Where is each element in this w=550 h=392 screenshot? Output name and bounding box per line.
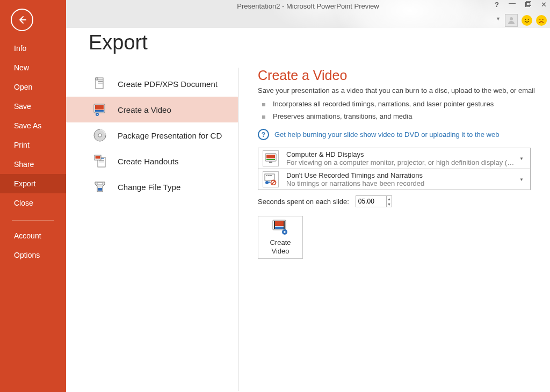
export-item-video[interactable]: Create a Video <box>66 97 238 122</box>
svg-rect-34 <box>270 175 272 176</box>
svg-rect-25 <box>98 188 102 191</box>
detail-bullet: Incorporates all recorded timings, narra… <box>258 100 538 108</box>
change-filetype-icon <box>92 179 108 195</box>
help-icon: ? <box>258 129 269 140</box>
nav-item-close[interactable]: Close <box>0 193 66 213</box>
export-item-filetype[interactable]: Change File Type <box>66 174 238 200</box>
export-item-label: Create Handouts <box>118 157 178 166</box>
combo-title: Don't Use Recorded Timings and Narration… <box>286 171 517 179</box>
svg-point-5 <box>528 19 529 20</box>
back-button[interactable] <box>11 9 33 31</box>
svg-rect-28 <box>266 155 275 158</box>
svg-point-6 <box>537 16 546 25</box>
detail-title: Create a Video <box>258 68 538 83</box>
help-link[interactable]: Get help burning your slide show video t… <box>274 130 499 139</box>
minimize-button[interactable]: — <box>509 0 516 7</box>
export-detail-panel: Create a Video Save your presentation as… <box>238 68 550 391</box>
nav-item-share[interactable]: Share <box>0 155 66 174</box>
feedback-happy-icon[interactable] <box>522 15 532 26</box>
svg-rect-30 <box>269 162 272 163</box>
svg-line-37 <box>272 181 275 184</box>
export-item-label: Create a Video <box>118 105 171 114</box>
export-type-list: Create PDF/XPS Document Create a Video P… <box>66 68 238 391</box>
page-title: Export <box>89 31 550 54</box>
user-avatar[interactable] <box>505 14 518 27</box>
combo-title: Computer & HD Displays <box>286 150 517 158</box>
bullet-text: Preserves animations, transitions, and m… <box>273 112 412 120</box>
detail-bullet: Preserves animations, transitions, and m… <box>258 112 538 120</box>
maximize-button[interactable] <box>525 1 531 9</box>
combo-subtitle: No timings or narrations have been recor… <box>286 179 517 187</box>
svg-rect-24 <box>96 156 100 159</box>
video-quality-dropdown[interactable]: Computer & HD Displays For viewing on a … <box>258 148 531 169</box>
svg-rect-26 <box>97 183 103 185</box>
create-video-large-icon <box>272 219 289 235</box>
chevron-down-icon: ▼ <box>517 154 526 163</box>
user-icon <box>507 16 516 25</box>
svg-rect-1 <box>527 2 531 6</box>
nav-item-print[interactable]: Print <box>0 135 66 155</box>
svg-rect-0 <box>526 3 530 7</box>
svg-rect-29 <box>266 159 275 160</box>
export-item-label: Package Presentation for CD <box>118 131 222 140</box>
export-item-label: Create PDF/XPS Document <box>118 79 218 89</box>
export-item-label: Change File Type <box>118 183 180 192</box>
nav-item-export[interactable]: Export <box>0 174 66 193</box>
nav-item-open[interactable]: Open <box>0 77 66 97</box>
export-item-handouts[interactable]: Create Handouts <box>66 148 238 174</box>
svg-point-7 <box>539 19 540 20</box>
titlebar: Presentation2 - Microsoft PowerPoint Pre… <box>66 0 550 28</box>
nav-item-new[interactable]: New <box>0 58 66 77</box>
help-button[interactable]: ? <box>495 1 499 9</box>
svg-point-4 <box>525 19 526 20</box>
no-narration-icon <box>263 171 279 187</box>
svg-rect-10 <box>98 79 103 81</box>
svg-rect-39 <box>274 221 285 226</box>
detail-description: Save your presentation as a video that y… <box>258 86 538 95</box>
seconds-spinner[interactable]: ▲ ▼ <box>356 195 392 207</box>
backstage-sidebar: Info New Open Save Save As Print Share E… <box>0 0 66 392</box>
spinner-up[interactable]: ▲ <box>387 196 392 201</box>
svg-rect-33 <box>268 175 270 176</box>
create-video-icon <box>92 101 108 118</box>
nav-item-save[interactable]: Save <box>0 97 66 116</box>
svg-point-18 <box>98 134 102 137</box>
svg-rect-12 <box>98 83 103 84</box>
ribbon-display-options[interactable]: ▼ <box>496 16 501 21</box>
feedback-sad-icon[interactable] <box>536 15 547 26</box>
nav-item-info[interactable]: Info <box>0 39 66 58</box>
create-video-button[interactable]: Create Video <box>258 216 303 259</box>
svg-rect-22 <box>99 162 104 162</box>
svg-rect-11 <box>98 81 103 82</box>
svg-rect-31 <box>265 174 274 180</box>
monitor-icon <box>263 150 279 166</box>
svg-point-2 <box>510 17 513 20</box>
cd-icon <box>92 127 108 143</box>
timings-dropdown[interactable]: Don't Use Recorded Timings and Narration… <box>258 169 531 190</box>
svg-point-35 <box>265 181 269 184</box>
seconds-label: Seconds spent on each slide: <box>258 198 349 206</box>
nav-item-options[interactable]: Options <box>0 245 66 265</box>
close-button[interactable]: ✕ <box>541 1 547 9</box>
bullet-text: Incorporates all recorded timings, narra… <box>273 100 494 108</box>
spinner-down[interactable]: ▼ <box>387 201 392 207</box>
nav-item-account[interactable]: Account <box>0 226 66 245</box>
svg-rect-42 <box>284 221 285 229</box>
handouts-icon <box>92 153 108 169</box>
export-item-cd[interactable]: Package Presentation for CD <box>66 122 238 148</box>
svg-rect-40 <box>274 227 285 229</box>
back-arrow-icon <box>17 15 27 25</box>
svg-point-3 <box>523 16 531 25</box>
svg-rect-41 <box>274 221 275 229</box>
seconds-input[interactable] <box>356 196 386 207</box>
export-item-pdf[interactable]: Create PDF/XPS Document <box>66 71 238 97</box>
combo-subtitle: For viewing on a computer monitor, proje… <box>286 158 517 166</box>
nav-item-save-as[interactable]: Save As <box>0 116 66 135</box>
svg-point-8 <box>542 19 544 20</box>
svg-rect-14 <box>95 105 104 110</box>
svg-rect-32 <box>266 175 267 176</box>
nav-list: Info New Open Save Save As Print Share E… <box>0 35 66 265</box>
pdf-document-icon <box>92 76 108 92</box>
svg-rect-15 <box>95 110 104 112</box>
window-title: Presentation2 - Microsoft PowerPoint Pre… <box>66 2 550 10</box>
